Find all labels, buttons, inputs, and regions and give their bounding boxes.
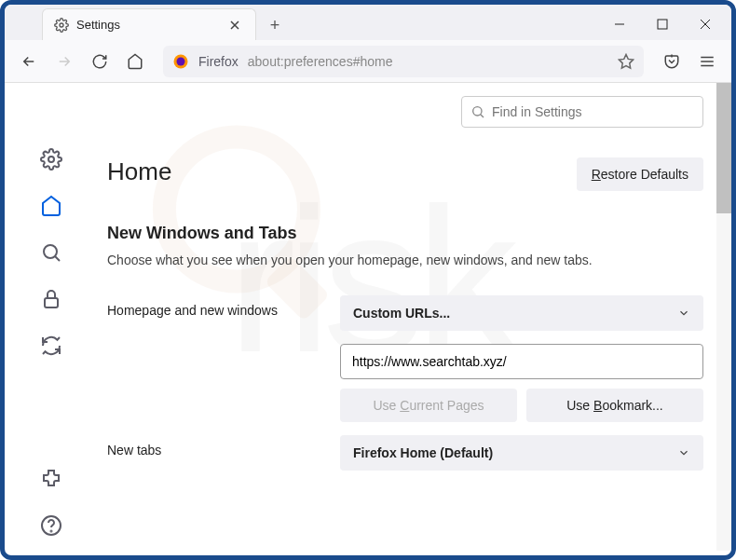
find-settings: [461, 96, 703, 128]
browser-tab[interactable]: Settings: [42, 8, 256, 40]
homepage-label: Homepage and new windows: [107, 295, 321, 318]
chevron-down-icon: [677, 446, 690, 459]
urlbar-prefix: Firefox: [198, 54, 239, 69]
homepage-dropdown-value: Custom URLs...: [353, 306, 450, 321]
pocket-button[interactable]: [657, 47, 687, 76]
svg-point-5: [44, 245, 57, 258]
svg-rect-6: [45, 298, 58, 307]
tab-title: Settings: [76, 18, 218, 32]
homepage-url-input[interactable]: [340, 344, 703, 379]
window-controls: [598, 9, 727, 39]
sidebar-extensions-icon[interactable]: [40, 468, 62, 490]
sidebar-search-icon[interactable]: [40, 241, 62, 264]
section-heading: New Windows and Tabs: [107, 224, 703, 243]
newtabs-dropdown-value: Firefox Home (Default): [353, 445, 493, 460]
svg-rect-1: [658, 20, 667, 29]
gear-icon: [54, 18, 69, 33]
url-bar[interactable]: Firefox about:preferences#home: [163, 46, 644, 77]
app-menu-button[interactable]: [692, 47, 722, 76]
firefox-icon: [172, 53, 189, 70]
homepage-dropdown[interactable]: Custom URLs...: [340, 295, 703, 331]
maximize-button[interactable]: [641, 9, 684, 39]
search-icon: [470, 104, 485, 119]
close-tab-button[interactable]: [225, 16, 244, 34]
newtabs-label: New tabs: [107, 435, 321, 458]
use-current-pages-button[interactable]: Use Current Pages: [340, 389, 517, 422]
svg-point-4: [48, 157, 54, 162]
svg-point-9: [473, 107, 482, 116]
svg-point-3: [177, 57, 185, 65]
forward-button[interactable]: [49, 47, 79, 76]
sidebar-help-icon[interactable]: [40, 514, 62, 537]
home-button[interactable]: [120, 47, 150, 76]
sidebar-privacy-icon[interactable]: [40, 288, 62, 310]
urlbar-text: about:preferences#home: [248, 54, 393, 69]
chevron-down-icon: [677, 307, 690, 320]
close-window-button[interactable]: [684, 9, 727, 39]
restore-defaults-button[interactable]: Restore Defaults: [577, 157, 703, 191]
sidebar: [5, 83, 98, 555]
new-tab-button[interactable]: +: [260, 10, 290, 40]
toolbar: Firefox about:preferences#home: [5, 40, 731, 83]
newtabs-dropdown[interactable]: Firefox Home (Default): [340, 435, 703, 471]
bookmark-star-icon[interactable]: [618, 53, 634, 70]
reload-button[interactable]: [85, 47, 115, 76]
minimize-button[interactable]: [598, 9, 641, 39]
sidebar-home-icon[interactable]: [40, 195, 62, 217]
back-button[interactable]: [14, 47, 44, 76]
sidebar-sync-icon[interactable]: [40, 335, 62, 357]
sidebar-general-icon[interactable]: [40, 148, 62, 171]
main-panel: Home Restore Defaults New Windows and Ta…: [98, 83, 731, 555]
svg-point-0: [60, 23, 63, 27]
section-description: Choose what you see when you open your h…: [107, 253, 703, 267]
use-bookmark-button[interactable]: Use Bookmark...: [526, 389, 703, 422]
find-settings-input[interactable]: [461, 96, 703, 128]
svg-point-8: [51, 531, 52, 532]
